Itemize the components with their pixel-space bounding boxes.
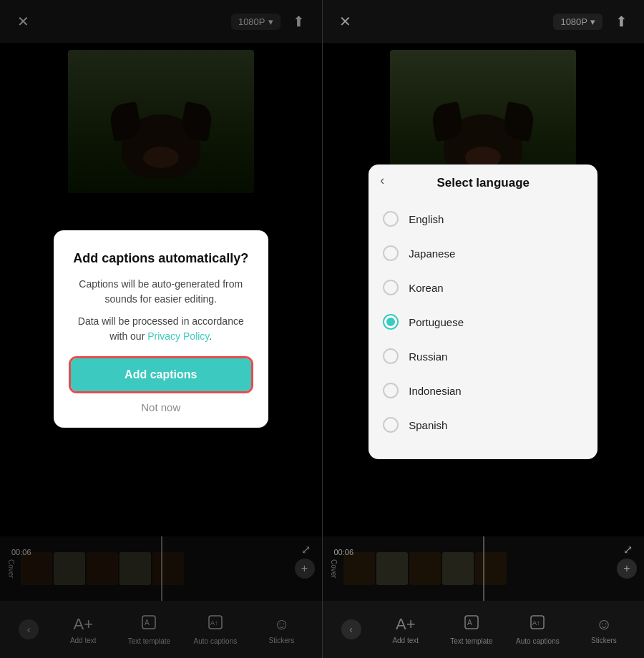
- lang-name-spanish: Spanish: [409, 419, 447, 431]
- modal-body: Captions will be auto-generated from sou…: [71, 277, 251, 307]
- lang-name-indonesian: Indonesian: [409, 385, 461, 397]
- modal-privacy-end: .: [209, 330, 212, 342]
- lang-item-spanish[interactable]: Spanish: [369, 408, 597, 442]
- lang-radio-indonesian: [383, 383, 399, 398]
- language-back-button[interactable]: ‹: [380, 173, 384, 188]
- language-dialog-header: ‹ Select language: [369, 164, 597, 196]
- lang-name-korean: Korean: [409, 282, 443, 294]
- modal-privacy-link[interactable]: Privacy Policy: [147, 330, 209, 342]
- language-list: EnglishJapaneseKoreanPortugueseRussianIn…: [369, 196, 597, 448]
- lang-item-korean[interactable]: Korean: [369, 270, 597, 305]
- lang-radio-korean: [383, 280, 399, 295]
- modal-not-now-button[interactable]: Not now: [71, 401, 251, 413]
- lang-name-english: English: [409, 213, 444, 225]
- lang-name-japanese: Japanese: [409, 247, 455, 260]
- modal-privacy: Data will be processed in accordance wit…: [71, 314, 251, 344]
- language-dialog-overlay: ‹ Select language EnglishJapaneseKoreanP…: [323, 0, 645, 658]
- modal-title: Add captions automatically?: [71, 250, 251, 267]
- lang-radio-spanish: [383, 417, 399, 433]
- lang-radio-japanese: [383, 245, 399, 261]
- language-dialog-title: Select language: [380, 176, 586, 190]
- add-captions-modal-overlay: Add captions automatically? Captions wil…: [0, 0, 322, 658]
- lang-item-indonesian[interactable]: Indonesian: [369, 373, 597, 408]
- left-panel: ✕ 1080P ▾ ⬆ 00:06 ⤢ Cover: [0, 0, 322, 658]
- lang-item-english[interactable]: English: [369, 202, 597, 236]
- lang-item-japanese[interactable]: Japanese: [369, 236, 597, 270]
- lang-item-portuguese[interactable]: Portuguese: [369, 305, 597, 339]
- language-dialog: ‹ Select language EnglishJapaneseKoreanP…: [369, 164, 597, 459]
- modal-add-captions-button[interactable]: Add captions: [71, 358, 251, 391]
- lang-name-portuguese: Portuguese: [409, 316, 464, 328]
- lang-radio-portuguese: [383, 314, 399, 330]
- right-panel: ✕ 1080P ▾ ⬆ 00:06 ⤢ Cover: [323, 0, 645, 658]
- lang-name-russian: Russian: [409, 350, 447, 363]
- add-captions-modal: Add captions automatically? Captions wil…: [54, 230, 268, 428]
- lang-radio-english: [383, 211, 399, 227]
- lang-item-russian[interactable]: Russian: [369, 339, 597, 373]
- lang-radio-russian: [383, 348, 399, 364]
